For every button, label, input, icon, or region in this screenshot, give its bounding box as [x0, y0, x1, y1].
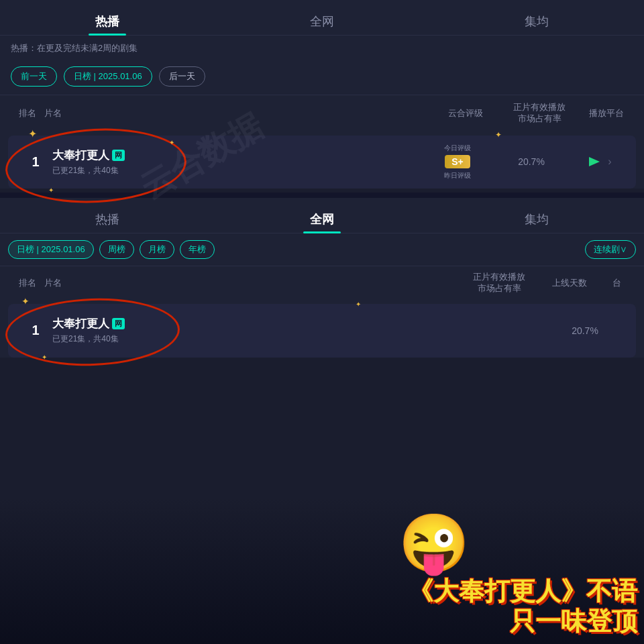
date-nav: 前一天 日榜 | 2025.01.06 后一天	[0, 61, 644, 95]
bottom-table-header: 排名 片名 正片有效播放市场占有率 上线天数 台	[0, 266, 644, 300]
rating-yesterday-label: 昨日评级	[424, 171, 491, 180]
header-share: 正片有效播放市场占有率	[499, 102, 580, 125]
bottom-rank-number: 1	[19, 323, 52, 338]
filter-series[interactable]: 连续剧∨	[585, 240, 636, 259]
bottom-section: 热播 全网 集均 日榜 | 2025.01.06 周榜 月榜 年榜 连续剧∨ 排…	[0, 198, 644, 358]
tab-allnet-bottom[interactable]: 全网	[297, 206, 347, 233]
emoji-face: 😜	[398, 510, 470, 577]
top-tab-bar: 热播 全网 集均	[0, 0, 644, 36]
header-rank: 排名	[11, 107, 44, 119]
tencent-video-icon	[585, 152, 604, 171]
header-rating: 云合评级	[432, 107, 499, 119]
show-info: 大奉打更人 网 已更21集，共40集	[52, 148, 424, 176]
filter-weekly[interactable]: 周榜	[99, 240, 134, 259]
filter-bar: 日榜 | 2025.01.06 周榜 月榜 年榜 连续剧∨	[0, 233, 644, 266]
filter-yearly[interactable]: 年榜	[180, 240, 215, 259]
bottom-share-col: 20.7%	[545, 325, 625, 336]
header-days: 上线天数	[539, 277, 600, 289]
current-date-button[interactable]: 日榜 | 2025.01.06	[64, 66, 152, 87]
overlay-text-block: 《大奉打更人》不语 只一味登顶	[408, 576, 637, 637]
next-day-button[interactable]: 后一天	[159, 66, 205, 87]
header-rank-2: 排名	[11, 277, 44, 289]
svg-marker-0	[589, 157, 600, 166]
tab-allnet-top[interactable]: 全网	[297, 8, 347, 35]
header-name: 片名	[44, 107, 432, 119]
bottom-show-sub: 已更21集，共40集	[52, 333, 545, 345]
share-col: 20.7%	[491, 156, 572, 167]
overlay-line1: 《大奉打更人》不语	[408, 576, 637, 607]
tab-hotplay-bottom[interactable]: 热播	[82, 206, 133, 233]
prev-day-button[interactable]: 前一天	[11, 66, 57, 87]
header-platform-2: 台	[600, 277, 633, 289]
bottom-row-1[interactable]: ✦ ✦ ✦ 1 大奉打更人 网 已更21集，共40集 20.7%	[8, 304, 636, 358]
section-divider	[0, 193, 644, 198]
bottom-tab-bar: 热播 全网 集均	[0, 198, 644, 233]
top-row-1[interactable]: ✦ ✦ ✦ ✦ 1 大奉打更人 网 已更21集，共40集 今日评级 S+ 昨日评…	[8, 136, 636, 189]
rating-today-label: 今日评级	[424, 144, 491, 153]
arrow-right-icon[interactable]: ›	[608, 156, 611, 168]
rating-col: 今日评级 S+ 昨日评级	[424, 144, 491, 180]
rating-box-today: S+	[445, 155, 470, 168]
tab-epavg-bottom[interactable]: 集均	[511, 206, 562, 233]
header-share-2: 正片有效播放市场占有率	[459, 272, 539, 294]
top-table-header: 排名 片名 云合评级 正片有效播放市场占有率 播放平台	[0, 95, 644, 131]
net-badge: 网	[112, 150, 125, 161]
top-section: 热播 全网 集均 热播：在更及完结未满2周的剧集 前一天 日榜 | 2025.0…	[0, 0, 644, 189]
filter-daily[interactable]: 日榜 | 2025.01.06	[8, 240, 94, 259]
bottom-show-info: 大奉打更人 网 已更21集，共40集	[52, 316, 545, 345]
overlay-line2: 只一味登顶	[408, 606, 637, 637]
filter-monthly[interactable]: 月榜	[140, 240, 174, 259]
hotplay-desc: 热播：在更及完结未满2周的剧集	[0, 36, 644, 61]
show-sub: 已更21集，共40集	[52, 165, 424, 176]
tab-hotplay-top[interactable]: 热播	[82, 8, 133, 35]
platform-col: ›	[572, 152, 625, 171]
show-title: 大奉打更人 网	[52, 148, 424, 163]
bottom-show-title: 大奉打更人 网	[52, 316, 545, 331]
bottom-net-badge: 网	[112, 318, 125, 329]
tab-epavg-top[interactable]: 集均	[511, 8, 562, 35]
header-name-2: 片名	[44, 277, 459, 289]
rank-number: 1	[19, 154, 52, 170]
header-platform: 播放平台	[580, 107, 633, 119]
